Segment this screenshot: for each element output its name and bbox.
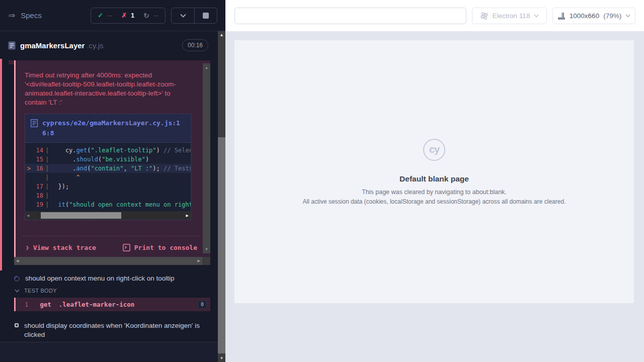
cypress-logo: cy bbox=[423, 139, 445, 161]
file-icon bbox=[31, 119, 38, 127]
code-line: 18| bbox=[25, 191, 191, 200]
error-panel-horizontal-scrollbar[interactable]: ◀ ▶ bbox=[14, 257, 210, 265]
code-line: 15| .should("be.visible") bbox=[25, 155, 191, 164]
code-line: 19| it("should open context menu on righ… bbox=[25, 200, 191, 209]
cypress-reporter-sidebar: ⇒ Specs ✓ -- ✗ 1 ↻ -- gmaMarker bbox=[0, 0, 225, 362]
reporter-scrollbar-thumb[interactable] bbox=[218, 137, 225, 353]
chevron-down-icon bbox=[625, 14, 630, 18]
specs-title: Specs bbox=[21, 11, 42, 20]
pending-square-icon bbox=[15, 323, 19, 327]
failed-test-gutter-bar bbox=[0, 59, 2, 270]
electron-atom-icon bbox=[480, 12, 489, 20]
browser-select-button[interactable]: Electron 118 bbox=[472, 8, 547, 24]
code-line: 17| }); bbox=[25, 182, 191, 191]
browser-pane: Electron 118 1000x660 (79%) cy Default b… bbox=[225, 0, 644, 362]
pending-test-row[interactable]: should display coordinates when 'Koordin… bbox=[15, 321, 202, 339]
browser-topbar: Electron 118 1000x660 (79%) bbox=[225, 0, 644, 32]
running-test-row[interactable]: should open context menu on right-click … bbox=[14, 274, 210, 284]
reporter-header: ⇒ Specs ✓ -- ✗ 1 ↻ -- bbox=[0, 0, 225, 31]
scroll-left-arrow-icon[interactable]: ◀ bbox=[27, 214, 29, 218]
specs-list-toggle-icon[interactable]: ⇒ bbox=[8, 11, 15, 20]
app-under-test-frame: cy Default blank page This page was clea… bbox=[234, 40, 634, 303]
test-body-toggle[interactable]: TEST BODY bbox=[15, 288, 57, 294]
print-to-console-link[interactable]: Print to console bbox=[123, 244, 197, 251]
passed-check-icon: ✓ bbox=[98, 12, 103, 19]
stop-icon bbox=[203, 13, 209, 19]
code-line: >16| .and("contain", "LT :"); // Tests bbox=[25, 164, 191, 173]
passed-count: -- bbox=[107, 12, 112, 19]
scroll-right-arrow-icon[interactable]: ▶ bbox=[186, 214, 189, 218]
console-icon bbox=[123, 244, 130, 251]
ruler-icon bbox=[557, 12, 566, 20]
test-body-label: TEST BODY bbox=[24, 288, 57, 294]
url-input[interactable] bbox=[234, 8, 466, 24]
chevron-down-icon bbox=[180, 14, 186, 18]
command-name: get bbox=[40, 301, 51, 308]
viewport-size-button[interactable]: 1000x660 (79%) bbox=[552, 8, 635, 24]
command-log-row[interactable]: 1 get .leaflet-marker-icon 0 bbox=[14, 298, 210, 311]
command-number: 1 bbox=[25, 301, 28, 308]
print-to-console-label: Print to console bbox=[134, 244, 197, 251]
scroll-down-arrow-icon[interactable]: ▼ bbox=[203, 247, 210, 251]
test-error-panel: Timed out retrying after 4000ms: expecte… bbox=[14, 60, 210, 257]
view-stack-trace-label: View stack trace bbox=[33, 244, 96, 251]
code-frame-header[interactable]: cypress/e2e/gmaMarkersLayer.cy.js:16:8 bbox=[25, 114, 191, 143]
view-stack-trace-link[interactable]: ❯ View stack trace bbox=[26, 244, 96, 251]
spec-file-icon bbox=[8, 41, 16, 50]
code-horizontal-scrollbar[interactable]: ◀ ▶ bbox=[25, 211, 191, 220]
test-stats: ✓ -- ✗ 1 ↻ -- bbox=[91, 8, 166, 24]
code-snippet: 14| cy.get(".leaflet-tooltip") // Select… bbox=[25, 143, 191, 211]
spec-name: gmaMarkersLayer bbox=[20, 41, 85, 50]
pending-restart-icon: ↻ bbox=[143, 12, 149, 19]
code-scrollbar-thumb[interactable] bbox=[41, 212, 121, 219]
error-vertical-scrollbar[interactable]: ▲ ▼ bbox=[203, 63, 210, 253]
spec-extension: .cy.js bbox=[87, 41, 103, 50]
blank-page-line2: All active session data (cookies, localS… bbox=[303, 198, 566, 205]
chevron-down-icon bbox=[15, 289, 20, 293]
pending-test-title: should display coordinates when 'Koordin… bbox=[24, 321, 202, 339]
scroll-up-arrow-icon[interactable]: ▲ bbox=[203, 66, 210, 69]
stack-chevron-icon: ❯ bbox=[26, 244, 29, 251]
stop-run-button[interactable] bbox=[194, 8, 217, 23]
collapse-all-button[interactable] bbox=[172, 8, 194, 23]
scroll-up-arrow-icon[interactable]: ▲ bbox=[218, 33, 225, 37]
command-message: .leaflet-marker-icon bbox=[59, 301, 135, 308]
spec-timer-badge: 00:16 bbox=[182, 39, 208, 51]
chevron-down-icon bbox=[534, 14, 539, 18]
code-line: 14| cy.get(".leaflet-tooltip") // Select bbox=[25, 146, 191, 155]
running-test-title: should open context menu on right-click … bbox=[25, 274, 174, 283]
cypress-logo-text: cy bbox=[429, 144, 439, 155]
scroll-left-arrow-icon[interactable]: ◀ bbox=[16, 259, 19, 263]
code-frame-file-link[interactable]: cypress/e2e/gmaMarkersLayer.cy.js:16:8 bbox=[42, 118, 185, 138]
scrollbar-corner bbox=[202, 257, 210, 265]
attempt-block-top bbox=[9, 60, 14, 64]
pending-count: -- bbox=[153, 12, 158, 19]
viewport-size: 1000x660 bbox=[570, 12, 599, 20]
blank-page-title: Default blank page bbox=[399, 174, 469, 184]
browser-name: Electron 118 bbox=[493, 12, 530, 20]
error-code-frame: cypress/e2e/gmaMarkersLayer.cy.js:16:8 1… bbox=[25, 114, 191, 220]
runner-controls bbox=[171, 8, 217, 24]
running-spinner-icon bbox=[13, 275, 21, 282]
reporter-bottom-area bbox=[0, 342, 218, 362]
code-line: | ^ bbox=[25, 173, 191, 182]
failed-x-icon: ✗ bbox=[121, 12, 127, 19]
reporter-scrollbar[interactable]: ▲ ▼ bbox=[218, 31, 225, 362]
command-retry-badge: 0 bbox=[198, 300, 207, 309]
error-message: Timed out retrying after 4000ms: expecte… bbox=[25, 71, 184, 107]
scroll-right-arrow-icon[interactable]: ▶ bbox=[198, 259, 200, 263]
blank-page-line1: This page was cleared by navigating to a… bbox=[362, 189, 507, 196]
viewport-zoom: (79%) bbox=[603, 12, 621, 20]
failed-count: 1 bbox=[131, 12, 134, 19]
scroll-down-arrow-icon[interactable]: ▼ bbox=[218, 356, 225, 360]
spec-row[interactable]: gmaMarkersLayer .cy.js 00:16 bbox=[0, 32, 225, 59]
error-actions: ❯ View stack trace Print to console bbox=[23, 236, 200, 251]
